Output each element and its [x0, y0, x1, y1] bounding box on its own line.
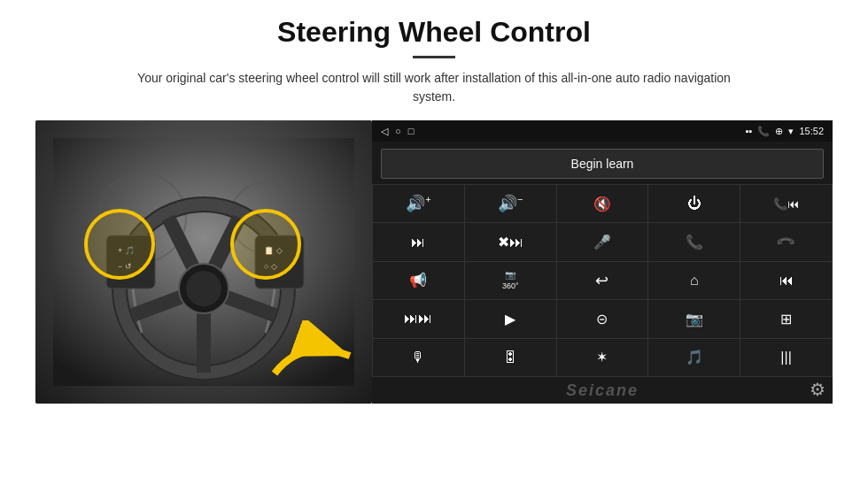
- grid-back[interactable]: ↩: [557, 262, 648, 299]
- call-icon: 📞: [686, 234, 703, 250]
- grid-equalizer[interactable]: ⊞: [740, 300, 832, 337]
- 360-icon: 📷360°: [502, 270, 519, 291]
- grid-fast-fwd[interactable]: ⏭⏭: [373, 300, 464, 337]
- next-icon: ⏭: [411, 235, 425, 250]
- status-left: ◁ ○ □: [381, 126, 414, 137]
- circle-left-highlight: [84, 209, 155, 280]
- clock: 15:52: [799, 126, 824, 136]
- grid-speaker[interactable]: 📢: [373, 262, 464, 299]
- grid-home[interactable]: ⌂: [648, 262, 740, 299]
- grid-mute[interactable]: 🔇: [557, 185, 648, 222]
- call-prev-icon: 📞⏮: [773, 197, 799, 211]
- bars-icon: |||: [780, 350, 791, 366]
- status-bar: ◁ ○ □ ▪▪ 📞 ⊕ ▾ 15:52: [372, 120, 833, 142]
- grid-prev-prev[interactable]: ⏮: [740, 262, 832, 299]
- music-icon: 🎵: [686, 349, 703, 366]
- car-image-area: + 🎵 − ↺ 📋 ◇ ○ ◇: [35, 120, 372, 404]
- grid-mic[interactable]: 🎤: [557, 223, 648, 260]
- mic2-icon: 🎙: [411, 350, 425, 366]
- prev-prev-icon: ⏮: [779, 273, 794, 289]
- seicane-logo: Seicane: [566, 381, 639, 400]
- android-panel: ◁ ○ □ ▪▪ 📞 ⊕ ▾ 15:52 Begin learn: [372, 120, 833, 404]
- grid-hangup[interactable]: 📞: [740, 223, 832, 260]
- begin-learn-button[interactable]: Begin learn: [381, 149, 824, 179]
- power-icon: ⏻: [687, 196, 701, 212]
- grid-music[interactable]: 🎵: [648, 339, 740, 376]
- eject-icon: ⊝: [596, 311, 608, 327]
- grid-eject[interactable]: ⊝: [557, 300, 648, 337]
- begin-learn-row: Begin learn: [372, 142, 833, 184]
- grid-skip[interactable]: ✖⏭: [465, 223, 556, 260]
- home-circle-icon[interactable]: ○: [395, 126, 401, 136]
- grid-bars[interactable]: |||: [740, 339, 832, 376]
- vol-down-icon: 🔊−: [498, 194, 523, 213]
- grid-360[interactable]: 📷360°: [465, 262, 556, 299]
- content-row: + 🎵 − ↺ 📋 ◇ ○ ◇: [35, 120, 833, 404]
- vol-up-icon: 🔊+: [406, 194, 430, 213]
- yellow-arrow-svg: [266, 320, 363, 391]
- equalizer-icon: ⊞: [780, 311, 792, 327]
- grid-vol-down[interactable]: 🔊−: [465, 185, 556, 222]
- grid-settings-knob[interactable]: 🎛: [465, 339, 556, 376]
- speaker-icon: 📢: [409, 272, 427, 289]
- location-icon: ⊕: [775, 126, 783, 137]
- fast-fwd-icon: ⏭⏭: [404, 311, 432, 327]
- grid-navigate[interactable]: ▶: [465, 300, 556, 337]
- bluetooth-icon: ✶: [596, 349, 608, 366]
- signal-icon: ▪▪: [746, 126, 753, 136]
- gear-icon[interactable]: ⚙: [810, 379, 825, 400]
- wifi-icon: ▾: [788, 126, 794, 137]
- grid-power[interactable]: ⏻: [648, 185, 740, 222]
- status-right: ▪▪ 📞 ⊕ ▾ 15:52: [746, 126, 824, 137]
- hangup-icon: 📞: [776, 232, 796, 252]
- mic-icon: 🎤: [593, 234, 611, 250]
- recents-icon[interactable]: □: [408, 126, 415, 136]
- grid-mic2[interactable]: 🎙: [373, 339, 464, 376]
- page-title: Steering Wheel Control: [277, 16, 591, 49]
- settings-knob-icon: 🎛: [503, 350, 517, 366]
- mute-icon: 🔇: [593, 196, 611, 212]
- icon-grid: 🔊+ 🔊− 🔇 ⏻ 📞⏮ ⏭ ✖⏭ 🎤 📞 📞 📢 📷360° ↩ ⌂ ⏮ ⏭⏭: [372, 184, 833, 377]
- grid-bluetooth[interactable]: ✶: [557, 339, 648, 376]
- arrow-container: [266, 320, 363, 395]
- grid-call-prev[interactable]: 📞⏮: [740, 185, 832, 222]
- page-container: Steering Wheel Control Your original car…: [0, 0, 868, 485]
- grid-vol-up[interactable]: 🔊+: [373, 185, 464, 222]
- circle-right-highlight: [230, 209, 301, 280]
- svg-point-11: [186, 271, 221, 306]
- grid-call[interactable]: 📞: [648, 223, 740, 260]
- home-icon: ⌂: [690, 273, 699, 289]
- camera-icon: 📷: [686, 311, 703, 327]
- back-icon[interactable]: ◁: [381, 126, 388, 137]
- navigate-icon: ▶: [505, 311, 515, 327]
- back-nav-icon: ↩: [595, 271, 608, 290]
- bottom-bar: Seicane ⚙: [372, 377, 833, 404]
- grid-camera[interactable]: 📷: [648, 300, 740, 337]
- title-divider: [413, 56, 455, 58]
- grid-next[interactable]: ⏭: [373, 223, 464, 260]
- phone-status-icon: 📞: [757, 126, 770, 137]
- page-subtitle: Your original car's steering wheel contr…: [124, 69, 744, 106]
- skip-icon: ✖⏭: [498, 234, 523, 250]
